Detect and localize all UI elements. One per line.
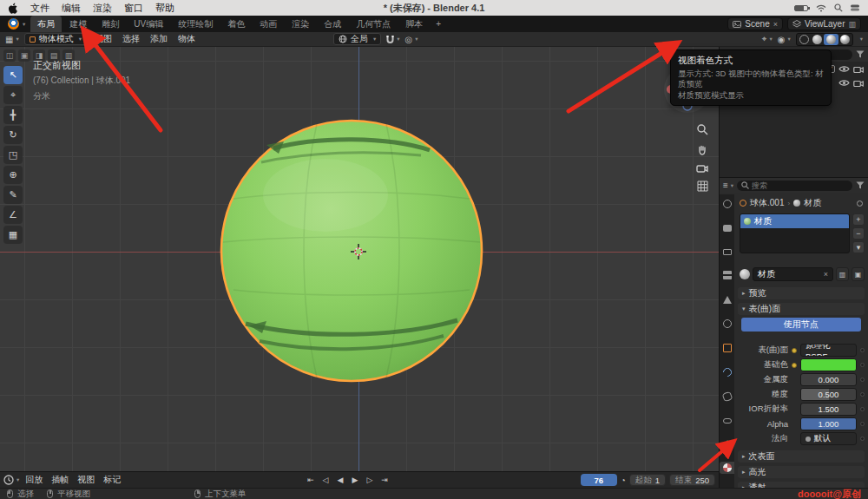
next-keyframe-button[interactable]: ▷	[363, 474, 377, 486]
material-slot-active[interactable]: 材质	[740, 214, 849, 228]
shading-rendered-button[interactable]	[840, 35, 850, 44]
camera-view-icon[interactable]	[696, 163, 708, 173]
properties-search[interactable]	[737, 181, 852, 191]
viewport-3d[interactable]: ◫ ▣ ◨ ▤ ▥ 正交前视图 (76) Collection | 球体.001…	[0, 47, 719, 471]
tab-constraints[interactable]	[720, 415, 734, 425]
add-slot-button[interactable]: +	[852, 213, 865, 226]
keyframe-dot-icon[interactable]	[860, 437, 865, 441]
tool-annotate[interactable]: ✎	[3, 186, 23, 204]
material-slot-list[interactable]: 材质	[740, 213, 850, 253]
shading-solid-button[interactable]	[812, 35, 822, 44]
workspace-tab-uv[interactable]: UV编辑	[127, 16, 170, 32]
mac-menu-edit[interactable]: 编辑	[62, 2, 81, 15]
breadcrumb-data[interactable]: 材质	[804, 197, 821, 209]
tab-object[interactable]	[720, 342, 734, 354]
blender-menu-button[interactable]: ▾	[3, 18, 30, 30]
workspace-tab-scripting[interactable]: 脚本	[398, 16, 430, 32]
transform-orientation-dropdown[interactable]: 全局 ▾	[333, 33, 381, 45]
zoom-icon[interactable]	[696, 123, 708, 135]
pan-hand-icon[interactable]	[696, 143, 708, 155]
editor-type-icon[interactable]: ▦▾	[5, 35, 19, 44]
add-workspace-button[interactable]: +	[431, 16, 446, 32]
section-specular[interactable]: ▸ 高光	[738, 466, 865, 478]
header-toggle-icon-1[interactable]: ◫	[3, 49, 16, 62]
tab-physics[interactable]	[720, 391, 734, 403]
tool-scale[interactable]: ◳	[3, 146, 23, 164]
render-camera-icon[interactable]	[853, 79, 864, 87]
apple-logo-icon[interactable]	[9, 3, 18, 14]
prev-keyframe-button[interactable]: ◁	[319, 474, 332, 486]
workspace-tab-sculpting[interactable]: 雕刻	[95, 16, 126, 32]
alpha-slider[interactable]: 1.000	[800, 417, 857, 430]
menu-object[interactable]: 物体	[175, 33, 198, 45]
render-camera-icon[interactable]	[853, 65, 864, 73]
tool-rotate[interactable]: ↻	[3, 126, 23, 144]
keyframe-dot-icon[interactable]	[860, 363, 865, 367]
tool-transform[interactable]: ⊕	[3, 166, 23, 184]
tool-measure[interactable]: ∠	[3, 206, 23, 224]
workspace-tab-modeling[interactable]: 建模	[62, 16, 94, 32]
show-overlays-icon[interactable]: ◉▾	[778, 35, 791, 44]
section-surface[interactable]: ▾ 表(曲)面	[738, 303, 865, 315]
scene-selector[interactable]: Scene ×	[727, 17, 783, 30]
menu-view[interactable]: 视图	[92, 33, 115, 45]
workspace-tab-texture-paint[interactable]: 纹理绘制	[171, 16, 220, 32]
pin-icon[interactable]	[857, 200, 863, 207]
workspace-tab-rendering[interactable]: 渲染	[285, 16, 316, 32]
tab-tool[interactable]	[720, 198, 734, 210]
menu-select[interactable]: 选择	[120, 33, 142, 45]
tab-render[interactable]	[720, 222, 734, 233]
base-color-swatch[interactable]	[800, 358, 857, 371]
remove-slot-button[interactable]: −	[852, 227, 865, 240]
keyframe-dot-icon[interactable]	[860, 392, 865, 397]
surface-shader-dropdown[interactable]: 原理化BSDF	[800, 344, 857, 357]
header-toggle-icon-2[interactable]: ▣	[18, 49, 30, 62]
workspace-tab-animation[interactable]: 动画	[253, 16, 284, 32]
tab-object-data[interactable]	[720, 437, 734, 450]
tab-modifiers[interactable]	[720, 366, 734, 378]
mac-menu-render[interactable]: 渲染	[93, 2, 112, 15]
keyframe-dot-icon[interactable]	[860, 407, 865, 411]
workspace-tab-geometry-nodes[interactable]: 几何节点	[349, 16, 398, 32]
section-subsurface[interactable]: ▸ 次表面	[738, 450, 865, 463]
normal-dropdown[interactable]: 默认	[800, 432, 857, 445]
control-center-icon[interactable]	[851, 4, 859, 11]
jump-to-end-button[interactable]: ⇥	[378, 474, 391, 486]
mac-menu-window[interactable]: 窗口	[124, 2, 143, 15]
roughness-slider[interactable]: 0.500	[800, 388, 857, 401]
properties-editor-icon[interactable]: ≡▾	[723, 181, 733, 190]
tool-select-box[interactable]: ↖	[3, 66, 23, 84]
eye-icon[interactable]	[838, 79, 850, 87]
section-preview[interactable]: ▸ 预览	[738, 287, 865, 299]
workspace-tab-compositing[interactable]: 合成	[317, 16, 348, 32]
menu-view-timeline[interactable]: 视图	[75, 474, 97, 486]
wifi-icon[interactable]	[816, 4, 826, 12]
tool-cursor[interactable]: ⌖	[3, 86, 23, 104]
tab-material[interactable]	[720, 462, 734, 474]
play-button[interactable]: ▶	[348, 474, 362, 486]
menu-add[interactable]: 添加	[148, 33, 170, 45]
workspace-tab-layout[interactable]: 布局	[30, 16, 62, 32]
spotlight-icon[interactable]	[834, 3, 843, 12]
keyframe-dot-icon[interactable]	[860, 378, 865, 382]
toggle-ortho-grid-icon[interactable]	[697, 181, 708, 192]
slot-specials-button[interactable]: ▾	[852, 241, 865, 253]
show-gizmo-icon[interactable]: ⌖▾	[762, 34, 773, 44]
workspace-tab-shading[interactable]: 着色	[220, 16, 252, 32]
tab-world[interactable]	[720, 318, 734, 330]
use-nodes-button[interactable]: 使用节点	[741, 318, 861, 332]
tab-output[interactable]	[720, 246, 734, 257]
new-material-icon[interactable]: ▥	[836, 267, 849, 281]
viewlayer-selector[interactable]: ViewLayer ▥	[787, 17, 861, 30]
timeline-editor-icon[interactable]: ▾	[3, 475, 19, 485]
play-reverse-button[interactable]: ◀	[333, 474, 347, 486]
mode-dropdown[interactable]: 物体模式 ▾	[24, 33, 87, 45]
menu-playback[interactable]: 回放	[23, 474, 45, 486]
tab-scene[interactable]	[720, 293, 734, 305]
menu-keying[interactable]: 插帧	[49, 474, 71, 486]
metallic-slider[interactable]: 0.000	[800, 373, 857, 386]
frame-start-field[interactable]: 起始 1	[629, 474, 666, 486]
shading-wireframe-button[interactable]	[799, 35, 809, 44]
material-name-field[interactable]: 材质 ×	[753, 267, 833, 281]
shading-options-chevron-icon[interactable]: ▾	[860, 36, 863, 43]
